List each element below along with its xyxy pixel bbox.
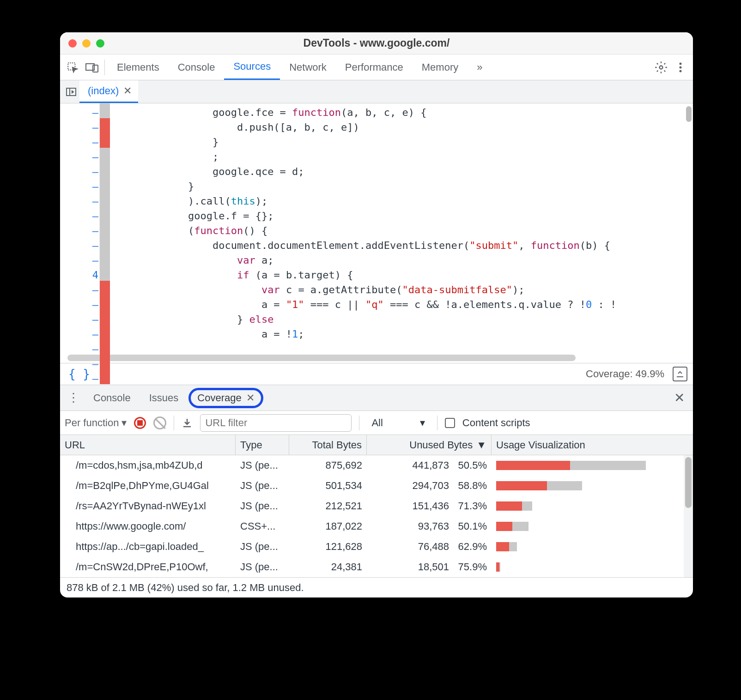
- settings-gear-icon[interactable]: [651, 58, 671, 77]
- coverage-marker: [100, 296, 110, 310]
- coverage-marker: [100, 310, 110, 325]
- tab-console[interactable]: Console: [169, 54, 225, 80]
- table-row[interactable]: /m=B2qlPe,DhPYme,GU4GalJS (pe...501,5342…: [60, 476, 684, 496]
- svg-point-3: [660, 66, 663, 69]
- tab-elements[interactable]: Elements: [108, 54, 169, 80]
- col-type[interactable]: Type: [236, 435, 289, 455]
- drawer-more-icon[interactable]: ⋮: [64, 391, 83, 405]
- content-scripts-checkbox[interactable]: [445, 418, 455, 428]
- sort-desc-icon: ▼: [476, 439, 486, 451]
- gutter-marker: –: [60, 371, 98, 386]
- content-scripts-label: Content scripts: [462, 417, 530, 429]
- tab-console[interactable]: Console: [85, 392, 139, 404]
- gutter-marker: –: [60, 283, 98, 297]
- gutter-marker: –: [60, 342, 98, 356]
- coverage-marker: [100, 177, 110, 192]
- gutter-marker: –: [60, 223, 98, 238]
- tab-sources[interactable]: Sources: [224, 54, 280, 80]
- table-row[interactable]: /m=cdos,hsm,jsa,mb4ZUb,dJS (pe...875,692…: [60, 455, 684, 476]
- coverage-marker: [100, 236, 110, 251]
- tab-issues[interactable]: Issues: [141, 392, 187, 404]
- coverage-marker: [100, 266, 110, 281]
- tab-coverage[interactable]: Coverage ✕: [188, 388, 263, 408]
- status-text: 878 kB of 2.1 MB (42%) used so far, 1.2 …: [67, 582, 304, 594]
- gutter-marker: –: [60, 135, 98, 150]
- coverage-marker: [100, 192, 110, 207]
- export-icon[interactable]: [182, 417, 193, 428]
- col-total-bytes[interactable]: Total Bytes: [289, 435, 367, 455]
- drawer-tabs: ⋮ Console Issues Coverage ✕ ✕: [60, 385, 693, 411]
- tab-network[interactable]: Network: [280, 54, 336, 80]
- coverage-marker: [100, 369, 110, 384]
- file-tab-index[interactable]: (index) ✕: [79, 80, 138, 103]
- file-tab-label: (index): [88, 85, 119, 97]
- device-toggle-icon[interactable]: [82, 58, 102, 77]
- file-tabs: (index) ✕: [60, 80, 693, 103]
- record-button[interactable]: [134, 417, 146, 429]
- svg-point-4: [680, 62, 682, 65]
- table-row[interactable]: /m=CnSW2d,DPreE,P10Owf,JS (pe...24,38118…: [60, 557, 684, 577]
- inspect-icon[interactable]: [63, 58, 82, 77]
- coverage-marker: [100, 118, 110, 133]
- coverage-strip: [100, 103, 110, 353]
- tab-performance[interactable]: Performance: [336, 54, 413, 80]
- coverage-percent-label: Coverage: 49.9%: [586, 368, 664, 380]
- collapse-debugger-icon[interactable]: [673, 367, 687, 381]
- gutter-marker: 4: [60, 268, 98, 283]
- line-number-gutter: –––––––––––4–––––––: [60, 103, 100, 353]
- tab-memory[interactable]: Memory: [413, 54, 468, 80]
- coverage-marker: [100, 133, 110, 148]
- table-vertical-scrollbar[interactable]: [684, 455, 693, 577]
- gutter-marker: –: [60, 164, 98, 179]
- code-content[interactable]: google.fce = function(a, b, c, e) { d.pu…: [110, 103, 693, 353]
- table-row[interactable]: https://ap.../cb=gapi.loaded_JS (pe...12…: [60, 537, 684, 557]
- svg-rect-7: [67, 88, 76, 96]
- vertical-scrollbar[interactable]: [685, 103, 693, 353]
- table-row[interactable]: /rs=AA2YrTvBynad-nWEy1xlJS (pe...212,521…: [60, 496, 684, 516]
- close-coverage-icon[interactable]: ✕: [246, 392, 255, 404]
- svg-point-5: [680, 66, 682, 68]
- coverage-tab-label: Coverage: [197, 392, 241, 404]
- coverage-marker: [100, 207, 110, 222]
- coverage-marker: [100, 222, 110, 236]
- tabs-overflow[interactable]: »: [468, 54, 492, 80]
- svg-point-6: [680, 70, 682, 72]
- gutter-marker: –: [60, 105, 98, 120]
- code-footer: { } Coverage: 49.9%: [60, 363, 693, 385]
- col-unused-bytes[interactable]: Unused Bytes▼: [367, 435, 492, 455]
- more-menu-icon[interactable]: [671, 58, 690, 77]
- gutter-marker: –: [60, 327, 98, 342]
- coverage-marker: [100, 163, 110, 177]
- chevron-down-icon: ▾: [420, 417, 425, 429]
- coverage-marker: [100, 340, 110, 355]
- coverage-marker: [100, 281, 110, 296]
- gutter-marker: –: [60, 312, 98, 327]
- gutter-marker: –: [60, 356, 98, 371]
- url-filter-input[interactable]: [200, 414, 352, 432]
- col-url[interactable]: URL: [60, 435, 236, 455]
- titlebar: DevTools - www.google.com/: [60, 32, 693, 54]
- coverage-marker: [100, 148, 110, 163]
- type-filter-dropdown[interactable]: All▾: [367, 417, 429, 429]
- coverage-toolbar: Per function▾ All▾ Content scripts: [60, 411, 693, 435]
- gutter-marker: –: [60, 253, 98, 268]
- source-code-pane: –––––––––––4––––––– google.fce = functio…: [60, 103, 693, 353]
- gutter-marker: –: [60, 150, 98, 164]
- coverage-table: URL Type Total Bytes Unused Bytes▼ Usage…: [60, 435, 693, 577]
- col-usage-viz[interactable]: Usage Visualization: [492, 435, 693, 455]
- close-tab-icon[interactable]: ✕: [123, 85, 132, 97]
- window-title: DevTools - www.google.com/: [60, 37, 693, 49]
- main-tabs: ElementsConsoleSourcesNetworkPerformance…: [60, 54, 693, 80]
- granularity-dropdown[interactable]: Per function▾: [65, 417, 127, 429]
- navigator-toggle-icon[interactable]: [63, 84, 79, 100]
- coverage-marker: [100, 103, 110, 118]
- clear-button[interactable]: [153, 416, 166, 429]
- coverage-marker: [100, 355, 110, 369]
- coverage-marker: [100, 251, 110, 266]
- horizontal-scrollbar[interactable]: [60, 353, 693, 363]
- close-drawer-icon[interactable]: ✕: [669, 390, 689, 405]
- gutter-marker: –: [60, 209, 98, 223]
- table-row[interactable]: https://www.google.com/CSS+...187,02293,…: [60, 516, 684, 537]
- devtools-window: DevTools - www.google.com/ ElementsConso…: [60, 32, 693, 597]
- gutter-marker: –: [60, 120, 98, 135]
